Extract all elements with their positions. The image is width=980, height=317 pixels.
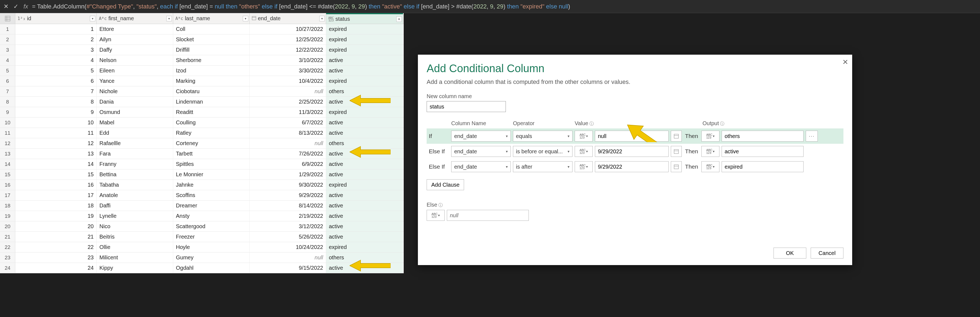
else-value-input[interactable]: [447, 210, 529, 221]
row-number[interactable]: 14: [0, 159, 15, 169]
cell-last-name[interactable]: Freezer: [173, 232, 250, 242]
cell-end-date[interactable]: 10/24/2022: [250, 242, 326, 252]
cell-end-date[interactable]: 6/9/2022: [250, 159, 326, 169]
cell-status[interactable]: active: [326, 169, 403, 180]
cell-last-name[interactable]: Le Monnier: [173, 169, 250, 180]
cell-id[interactable]: 22: [15, 242, 97, 252]
cell-first-name[interactable]: Franny: [97, 159, 173, 169]
cell-status[interactable]: expired: [326, 24, 403, 34]
row-number[interactable]: 15: [0, 169, 15, 180]
cell-end-date[interactable]: 7/26/2022: [250, 149, 326, 159]
value-type-picker[interactable]: ABC123▾: [575, 161, 593, 172]
output-type-picker[interactable]: ABC123▾: [702, 146, 719, 157]
cell-id[interactable]: 21: [15, 232, 97, 242]
cell-id[interactable]: 13: [15, 149, 97, 159]
cell-last-name[interactable]: Scattergood: [173, 221, 250, 231]
cell-last-name[interactable]: Lindenman: [173, 97, 250, 107]
table-row[interactable]: 1616TabathaJahnke9/30/2022expired: [0, 180, 404, 190]
cell-status[interactable]: active: [326, 55, 403, 65]
clause-column-select[interactable]: end_date▾: [451, 146, 511, 157]
table-row[interactable]: 1212RafaellleCorteneynullothers: [0, 138, 404, 149]
cell-last-name[interactable]: Sherborne: [173, 55, 250, 65]
cell-status[interactable]: expired: [326, 180, 403, 190]
cell-first-name[interactable]: Nichole: [97, 86, 173, 96]
clause-menu-button[interactable]: ···: [806, 131, 818, 142]
cell-first-name[interactable]: Ettore: [97, 24, 173, 34]
cell-first-name[interactable]: Dania: [97, 97, 173, 107]
formula-accept-icon[interactable]: ✓: [12, 3, 20, 10]
cell-id[interactable]: 20: [15, 221, 97, 231]
cell-status[interactable]: active: [326, 190, 403, 200]
cell-end-date[interactable]: null: [250, 253, 326, 263]
cell-last-name[interactable]: Coll: [173, 24, 250, 34]
cell-end-date[interactable]: 2/19/2022: [250, 211, 326, 221]
cell-last-name[interactable]: Ciobotaru: [173, 86, 250, 96]
cell-last-name[interactable]: Dreamer: [173, 201, 250, 211]
column-header-id[interactable]: 1²₃ id ▾: [15, 13, 97, 24]
cell-first-name[interactable]: Eileen: [97, 65, 173, 76]
cell-end-date[interactable]: 9/15/2022: [250, 263, 326, 273]
table-row[interactable]: 55EileenIzod3/30/2022active: [0, 65, 404, 76]
filter-dropdown-icon[interactable]: ▾: [243, 16, 248, 21]
cell-first-name[interactable]: Kippy: [97, 263, 173, 273]
cell-status[interactable]: expired: [326, 45, 403, 55]
cell-id[interactable]: 2: [15, 34, 97, 45]
cell-first-name[interactable]: Anatole: [97, 190, 173, 200]
cell-status[interactable]: active: [326, 232, 403, 242]
table-row[interactable]: 77NicholeCiobotarunullothers: [0, 86, 404, 97]
cell-last-name[interactable]: Driffill: [173, 45, 250, 55]
clause-output-input[interactable]: [722, 131, 803, 142]
table-row[interactable]: 1313FaraTarbett7/26/2022active: [0, 149, 404, 159]
cell-status[interactable]: expired: [326, 76, 403, 86]
cell-status[interactable]: active: [326, 211, 403, 221]
clause-output-input[interactable]: [722, 146, 803, 157]
cell-last-name[interactable]: Jahnke: [173, 180, 250, 190]
cell-last-name[interactable]: Scoffins: [173, 190, 250, 200]
cell-end-date[interactable]: 1/29/2022: [250, 169, 326, 180]
cell-id[interactable]: 7: [15, 86, 97, 96]
table-row[interactable]: 11EttoreColl10/27/2022expired: [0, 24, 404, 34]
cell-end-date[interactable]: 6/7/2022: [250, 118, 326, 127]
clause-value-input[interactable]: [595, 146, 669, 157]
cell-last-name[interactable]: Corteney: [173, 138, 250, 148]
cell-id[interactable]: 5: [15, 65, 97, 76]
value-type-picker[interactable]: ABC123▾: [575, 131, 593, 142]
cell-id[interactable]: 23: [15, 253, 97, 263]
cell-id[interactable]: 12: [15, 138, 97, 148]
table-row[interactable]: 44NelsonSherborne3/10/2022active: [0, 55, 404, 65]
cell-end-date[interactable]: 8/13/2022: [250, 128, 326, 138]
cell-last-name[interactable]: Ratley: [173, 128, 250, 138]
table-row[interactable]: 1818DaffiDreamer8/14/2022active: [0, 201, 404, 211]
table-row[interactable]: 33DaffyDriffill12/22/2022expired: [0, 45, 404, 55]
table-row[interactable]: 1111EddRatley8/13/2022active: [0, 128, 404, 138]
cell-end-date[interactable]: 12/25/2022: [250, 34, 326, 45]
filter-dropdown-icon[interactable]: ▾: [90, 16, 95, 21]
row-number[interactable]: 11: [0, 128, 15, 138]
cell-last-name[interactable]: Slocket: [173, 34, 250, 45]
row-number[interactable]: 1: [0, 24, 15, 34]
cell-id[interactable]: 10: [15, 118, 97, 127]
row-number[interactable]: 16: [0, 180, 15, 190]
cell-id[interactable]: 18: [15, 201, 97, 211]
cell-end-date[interactable]: 3/30/2022: [250, 65, 326, 76]
cancel-button[interactable]: Cancel: [811, 248, 843, 258]
row-number[interactable]: 9: [0, 107, 15, 117]
cell-last-name[interactable]: Izod: [173, 65, 250, 76]
clause-operator-select[interactable]: equals▾: [513, 131, 573, 142]
table-row[interactable]: 99OsmundReaditt11/3/2022expired: [0, 107, 404, 118]
row-number[interactable]: 19: [0, 211, 15, 221]
cell-id[interactable]: 9: [15, 107, 97, 117]
cell-status[interactable]: expired: [326, 34, 403, 45]
table-row[interactable]: 2121BeitrisFreezer5/26/2022active: [0, 232, 404, 242]
cell-end-date[interactable]: 11/3/2022: [250, 107, 326, 117]
cell-id[interactable]: 4: [15, 55, 97, 65]
cell-last-name[interactable]: Ansty: [173, 211, 250, 221]
cell-status[interactable]: expired: [326, 242, 403, 252]
clause-column-select[interactable]: end_date▾: [451, 161, 511, 172]
filter-dropdown-icon[interactable]: ▾: [396, 16, 402, 22]
cell-id[interactable]: 3: [15, 45, 97, 55]
row-number[interactable]: 7: [0, 86, 15, 96]
cell-id[interactable]: 17: [15, 190, 97, 200]
cell-end-date[interactable]: 9/30/2022: [250, 180, 326, 190]
cell-last-name[interactable]: Marking: [173, 76, 250, 86]
